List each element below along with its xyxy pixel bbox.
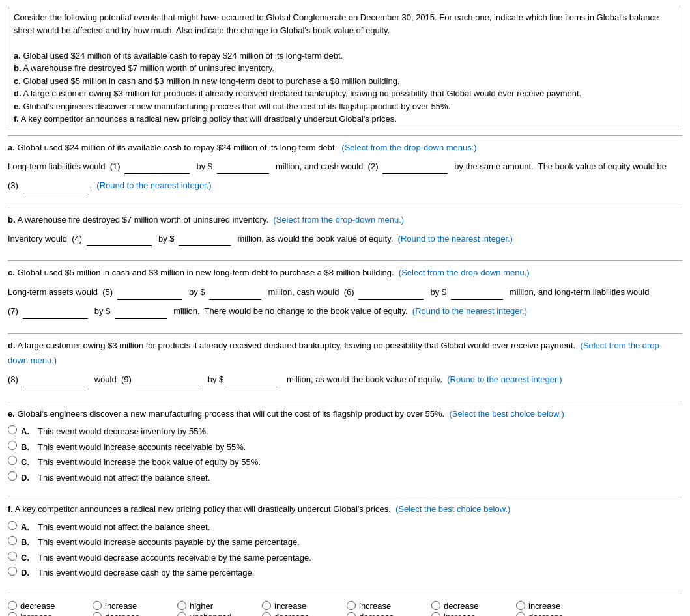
section-b-header: b. A warehouse fire destroyed $7 million… (8, 212, 682, 227)
radio-7-increase[interactable] (516, 601, 525, 610)
answer-col-3: higher unchanged lower (177, 601, 249, 616)
answer-col-6: decrease increase (431, 601, 503, 616)
radio-f-c[interactable] (8, 552, 17, 561)
ans7-increase-option[interactable]: increase (516, 601, 588, 611)
radio-7-decrease[interactable] (516, 612, 525, 616)
radio-3-higher[interactable] (177, 601, 186, 610)
radio-1-decrease[interactable] (8, 601, 17, 610)
ans7-decrease-label: decrease (528, 612, 563, 616)
ans7-decrease-option[interactable]: decrease (516, 612, 588, 616)
radio-e-b[interactable] (8, 441, 17, 450)
ans3-unchanged-option[interactable]: unchanged (177, 612, 249, 616)
ans3-unchanged-label: unchanged (190, 612, 231, 616)
ans5-increase-option[interactable]: increase (347, 601, 418, 611)
ans4-decrease-option[interactable]: decrease (262, 612, 334, 616)
section-d-header: d. A large customer owing $3 million for… (8, 338, 682, 369)
ans2-decrease-label: decrease (105, 612, 139, 616)
event-d: d. A large customer owing $3 million for… (14, 89, 581, 98)
radio-5-decrease[interactable] (347, 612, 356, 616)
ans5-increase-label: increase (359, 601, 391, 611)
section-d: d. A large customer owing $3 million for… (8, 338, 682, 395)
section-a-header: a. Global used $24 million of its availa… (8, 140, 682, 155)
answer-col-7: increase decrease (516, 601, 588, 616)
ans6-increase-option[interactable]: increase (431, 612, 503, 616)
ans6-decrease-label: decrease (444, 601, 478, 611)
radio-2-decrease[interactable] (93, 612, 102, 616)
section-a-line1: Long-term liabilities would (1) by $ mil… (8, 159, 682, 174)
section-f-option-b[interactable]: B. This event would increase accounts pa… (8, 536, 682, 549)
section-f-option-d[interactable]: D. This event would decrease cash by the… (8, 567, 682, 580)
section-c-header: c. Global used $5 million in cash and $3… (8, 265, 682, 280)
event-e: e. Global's engineers discover a new man… (14, 102, 450, 111)
radio-e-c[interactable] (8, 456, 17, 465)
section-a-hint: (Select from the drop-down menus.) (341, 143, 476, 152)
event-a: a. Global used $24 million of its availa… (14, 51, 343, 61)
section-c-line1: Long-term assets would (5) by $ million,… (8, 285, 682, 300)
answer-col-1: decrease increase (8, 601, 79, 616)
section-c: c. Global used $5 million in cash and $3… (8, 265, 682, 326)
ans5-decrease-option[interactable]: decrease (347, 612, 418, 616)
answer-col-2: increase decrease (93, 601, 164, 616)
section-e: e. Global's engineers discover a new man… (8, 406, 682, 490)
event-f: f. A key competitor announces a radical … (14, 114, 397, 124)
event-b: b. A warehouse fire destroyed $7 million… (14, 63, 274, 73)
section-a-line2: (3) . (Round to the nearest integer.) (8, 178, 682, 193)
bottom-answers: decrease increase increase decrease high… (8, 593, 682, 616)
radio-e-a[interactable] (8, 425, 17, 434)
section-e-option-b[interactable]: B. This event would increase accounts re… (8, 441, 682, 454)
ans1-decrease-option[interactable]: decrease (8, 601, 79, 611)
radio-6-decrease[interactable] (431, 601, 440, 610)
radio-3-unchanged[interactable] (177, 612, 186, 616)
intro-text: Consider the following potential events … (14, 12, 659, 35)
section-e-option-a[interactable]: A. This event would decrease inventory b… (8, 425, 682, 438)
answer-col-4: increase decrease (262, 601, 334, 616)
radio-f-d[interactable] (8, 567, 17, 576)
ans2-increase-label: increase (105, 601, 137, 611)
radio-4-increase[interactable] (262, 601, 271, 610)
section-b: b. A warehouse fire destroyed $7 million… (8, 212, 682, 255)
ans4-decrease-label: decrease (274, 612, 309, 616)
radio-5-increase[interactable] (347, 601, 356, 610)
answer-col-5: increase decrease (347, 601, 418, 616)
ans1-decrease-label: decrease (20, 601, 55, 611)
section-f-option-c[interactable]: C. This event would decrease accounts re… (8, 552, 682, 565)
ans1-increase-option[interactable]: increase (8, 612, 79, 616)
radio-f-b[interactable] (8, 536, 17, 545)
ans4-increase-option[interactable]: increase (262, 601, 334, 611)
section-f-header: f. A key competitor announces a radical … (8, 501, 682, 516)
section-e-option-c[interactable]: C. This event would increase the book va… (8, 456, 682, 469)
section-c-line2: (7) by $ million. There would be no chan… (8, 303, 682, 318)
ans6-increase-label: increase (444, 612, 476, 616)
ans4-increase-label: increase (274, 601, 306, 611)
ans6-decrease-option[interactable]: decrease (431, 601, 503, 611)
answer-row-1: decrease increase increase decrease high… (8, 601, 682, 616)
radio-4-decrease[interactable] (262, 612, 271, 616)
ans2-increase-option[interactable]: increase (93, 601, 164, 611)
section-d-line1: (8) would (9) by $ million, as would the… (8, 372, 682, 387)
section-f: f. A key competitor announces a radical … (8, 501, 682, 585)
ans2-decrease-option[interactable]: decrease (93, 612, 164, 616)
section-a: a. Global used $24 million of its availa… (8, 140, 682, 201)
section-f-option-a[interactable]: A. This event would not affect the balan… (8, 521, 682, 534)
radio-1-increase[interactable] (8, 612, 17, 616)
section-e-header: e. Global's engineers discover a new man… (8, 406, 682, 421)
radio-6-increase[interactable] (431, 612, 440, 616)
section-e-option-d[interactable]: D. This event would not affect the balan… (8, 471, 682, 484)
ans3-higher-option[interactable]: higher (177, 601, 249, 611)
ans3-higher-label: higher (190, 601, 213, 611)
radio-2-increase[interactable] (93, 601, 102, 610)
event-c: c. Global used $5 million in cash and $3… (14, 76, 400, 86)
intro-box: Consider the following potential events … (8, 7, 682, 130)
radio-f-a[interactable] (8, 521, 17, 530)
radio-e-d[interactable] (8, 471, 17, 481)
ans7-increase-label: increase (528, 601, 560, 611)
ans1-increase-label: increase (20, 612, 52, 616)
ans5-decrease-label: decrease (359, 612, 394, 616)
section-b-line1: Inventory would (4) by $ million, as wou… (8, 231, 682, 246)
